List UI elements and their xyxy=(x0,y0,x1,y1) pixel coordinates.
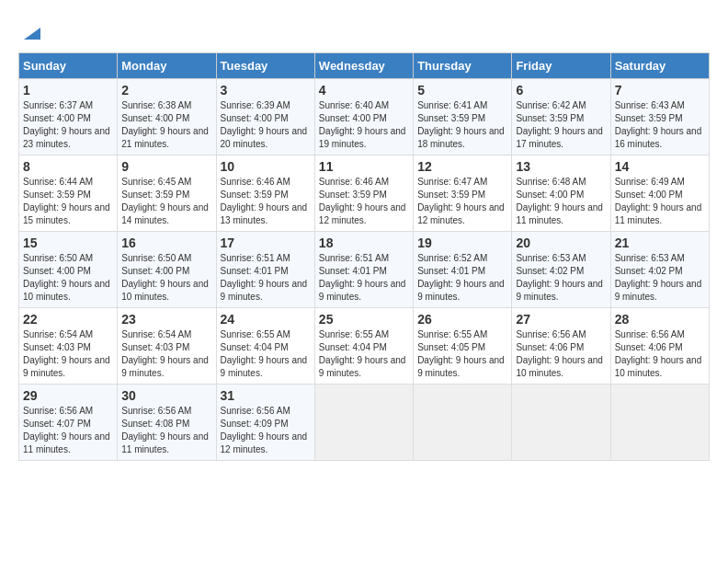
day-number: 29 xyxy=(23,388,113,403)
table-row: 29 Sunrise: 6:56 AMSunset: 4:07 PMDaylig… xyxy=(19,385,118,461)
day-info: Sunrise: 6:51 AMSunset: 4:01 PMDaylight:… xyxy=(319,253,406,302)
header xyxy=(18,18,710,43)
svg-marker-0 xyxy=(24,28,40,40)
col-thursday: Thursday xyxy=(414,53,512,79)
table-row: 9 Sunrise: 6:45 AMSunset: 3:59 PMDayligh… xyxy=(118,155,216,232)
day-info: Sunrise: 6:50 AMSunset: 4:00 PMDaylight:… xyxy=(121,253,209,302)
table-row: 26 Sunrise: 6:55 AMSunset: 4:05 PMDaylig… xyxy=(414,308,512,385)
day-info: Sunrise: 6:39 AMSunset: 4:00 PMDaylight:… xyxy=(221,100,308,149)
day-info: Sunrise: 6:53 AMSunset: 4:02 PMDaylight:… xyxy=(615,253,702,302)
table-row: 31 Sunrise: 6:56 AMSunset: 4:09 PMDaylig… xyxy=(216,385,314,461)
table-row: 23 Sunrise: 6:54 AMSunset: 4:03 PMDaylig… xyxy=(118,308,216,385)
table-row xyxy=(314,385,413,461)
day-number: 19 xyxy=(417,236,507,250)
day-info: Sunrise: 6:56 AMSunset: 4:06 PMDaylight:… xyxy=(516,329,603,378)
day-number: 27 xyxy=(516,312,606,327)
day-number: 31 xyxy=(221,388,311,403)
table-row: 2 Sunrise: 6:38 AMSunset: 4:00 PMDayligh… xyxy=(118,79,216,155)
table-row: 20 Sunrise: 6:53 AMSunset: 4:02 PMDaylig… xyxy=(512,232,610,308)
day-number: 10 xyxy=(221,159,311,174)
day-number: 21 xyxy=(615,236,705,250)
day-info: Sunrise: 6:37 AMSunset: 4:00 PMDaylight:… xyxy=(23,100,110,149)
table-row xyxy=(610,385,709,461)
col-monday: Monday xyxy=(118,53,216,79)
table-row: 18 Sunrise: 6:51 AMSunset: 4:01 PMDaylig… xyxy=(314,232,413,308)
table-row: 12 Sunrise: 6:47 AMSunset: 3:59 PMDaylig… xyxy=(414,155,512,232)
day-info: Sunrise: 6:46 AMSunset: 3:59 PMDaylight:… xyxy=(221,177,308,225)
day-number: 7 xyxy=(615,83,705,98)
day-number: 24 xyxy=(221,312,311,327)
table-row: 6 Sunrise: 6:42 AMSunset: 3:59 PMDayligh… xyxy=(512,79,610,155)
col-saturday: Saturday xyxy=(610,53,709,79)
day-number: 14 xyxy=(615,159,705,174)
day-number: 4 xyxy=(319,83,409,98)
day-number: 1 xyxy=(23,83,113,98)
day-info: Sunrise: 6:40 AMSunset: 4:00 PMDaylight:… xyxy=(319,100,406,149)
table-row: 5 Sunrise: 6:41 AMSunset: 3:59 PMDayligh… xyxy=(414,79,512,155)
day-number: 6 xyxy=(516,83,606,98)
table-row: 13 Sunrise: 6:48 AMSunset: 4:00 PMDaylig… xyxy=(512,155,610,232)
day-number: 8 xyxy=(23,159,113,174)
day-info: Sunrise: 6:55 AMSunset: 4:04 PMDaylight:… xyxy=(221,329,308,378)
table-row: 17 Sunrise: 6:51 AMSunset: 4:01 PMDaylig… xyxy=(216,232,314,308)
day-number: 25 xyxy=(319,312,409,327)
day-info: Sunrise: 6:56 AMSunset: 4:06 PMDaylight:… xyxy=(615,329,702,378)
day-info: Sunrise: 6:46 AMSunset: 3:59 PMDaylight:… xyxy=(319,177,406,225)
day-number: 30 xyxy=(121,388,211,403)
col-wednesday: Wednesday xyxy=(314,53,413,79)
day-number: 12 xyxy=(417,159,507,174)
day-info: Sunrise: 6:56 AMSunset: 4:08 PMDaylight:… xyxy=(121,406,209,454)
table-row: 22 Sunrise: 6:54 AMSunset: 4:03 PMDaylig… xyxy=(19,308,118,385)
day-info: Sunrise: 6:42 AMSunset: 3:59 PMDaylight:… xyxy=(516,100,603,149)
day-number: 2 xyxy=(121,83,211,98)
day-info: Sunrise: 6:45 AMSunset: 3:59 PMDaylight:… xyxy=(121,177,209,225)
day-number: 20 xyxy=(516,236,606,250)
day-number: 16 xyxy=(121,236,211,250)
day-number: 28 xyxy=(615,312,705,327)
table-row xyxy=(512,385,610,461)
day-info: Sunrise: 6:51 AMSunset: 4:01 PMDaylight:… xyxy=(221,253,308,302)
table-row: 21 Sunrise: 6:53 AMSunset: 4:02 PMDaylig… xyxy=(610,232,709,308)
day-number: 15 xyxy=(23,236,113,250)
day-number: 23 xyxy=(121,312,211,327)
day-info: Sunrise: 6:47 AMSunset: 3:59 PMDaylight:… xyxy=(417,177,505,225)
day-info: Sunrise: 6:53 AMSunset: 4:02 PMDaylight:… xyxy=(516,253,603,302)
day-info: Sunrise: 6:55 AMSunset: 4:05 PMDaylight:… xyxy=(417,329,505,378)
day-number: 5 xyxy=(417,83,507,98)
table-row: 19 Sunrise: 6:52 AMSunset: 4:01 PMDaylig… xyxy=(414,232,512,308)
day-info: Sunrise: 6:44 AMSunset: 3:59 PMDaylight:… xyxy=(23,177,110,225)
day-info: Sunrise: 6:48 AMSunset: 4:00 PMDaylight:… xyxy=(516,177,603,225)
table-row: 11 Sunrise: 6:46 AMSunset: 3:59 PMDaylig… xyxy=(314,155,413,232)
table-row: 3 Sunrise: 6:39 AMSunset: 4:00 PMDayligh… xyxy=(216,79,314,155)
table-row: 28 Sunrise: 6:56 AMSunset: 4:06 PMDaylig… xyxy=(610,308,709,385)
table-row: 25 Sunrise: 6:55 AMSunset: 4:04 PMDaylig… xyxy=(314,308,413,385)
col-friday: Friday xyxy=(512,53,610,79)
day-number: 11 xyxy=(319,159,409,174)
table-row: 7 Sunrise: 6:43 AMSunset: 3:59 PMDayligh… xyxy=(610,79,709,155)
table-row: 8 Sunrise: 6:44 AMSunset: 3:59 PMDayligh… xyxy=(19,155,118,232)
table-row: 10 Sunrise: 6:46 AMSunset: 3:59 PMDaylig… xyxy=(216,155,314,232)
day-number: 13 xyxy=(516,159,606,174)
logo xyxy=(18,23,40,43)
table-row: 30 Sunrise: 6:56 AMSunset: 4:08 PMDaylig… xyxy=(118,385,216,461)
day-number: 17 xyxy=(221,236,311,250)
day-info: Sunrise: 6:56 AMSunset: 4:09 PMDaylight:… xyxy=(221,406,308,454)
col-sunday: Sunday xyxy=(19,53,118,79)
day-info: Sunrise: 6:56 AMSunset: 4:07 PMDaylight:… xyxy=(23,406,110,454)
day-number: 3 xyxy=(221,83,311,98)
table-row: 24 Sunrise: 6:55 AMSunset: 4:04 PMDaylig… xyxy=(216,308,314,385)
table-row: 1 Sunrise: 6:37 AMSunset: 4:00 PMDayligh… xyxy=(19,79,118,155)
table-row: 15 Sunrise: 6:50 AMSunset: 4:00 PMDaylig… xyxy=(19,232,118,308)
calendar-table: Sunday Monday Tuesday Wednesday Thursday… xyxy=(18,52,710,461)
day-info: Sunrise: 6:54 AMSunset: 4:03 PMDaylight:… xyxy=(121,329,209,378)
day-info: Sunrise: 6:43 AMSunset: 3:59 PMDaylight:… xyxy=(615,100,702,149)
table-row: 4 Sunrise: 6:40 AMSunset: 4:00 PMDayligh… xyxy=(314,79,413,155)
day-info: Sunrise: 6:41 AMSunset: 3:59 PMDaylight:… xyxy=(417,100,505,149)
day-number: 22 xyxy=(23,312,113,327)
day-info: Sunrise: 6:52 AMSunset: 4:01 PMDaylight:… xyxy=(417,253,505,302)
table-row: 16 Sunrise: 6:50 AMSunset: 4:00 PMDaylig… xyxy=(118,232,216,308)
col-tuesday: Tuesday xyxy=(216,53,314,79)
day-info: Sunrise: 6:50 AMSunset: 4:00 PMDaylight:… xyxy=(23,253,110,302)
table-row xyxy=(414,385,512,461)
day-number: 18 xyxy=(319,236,409,250)
